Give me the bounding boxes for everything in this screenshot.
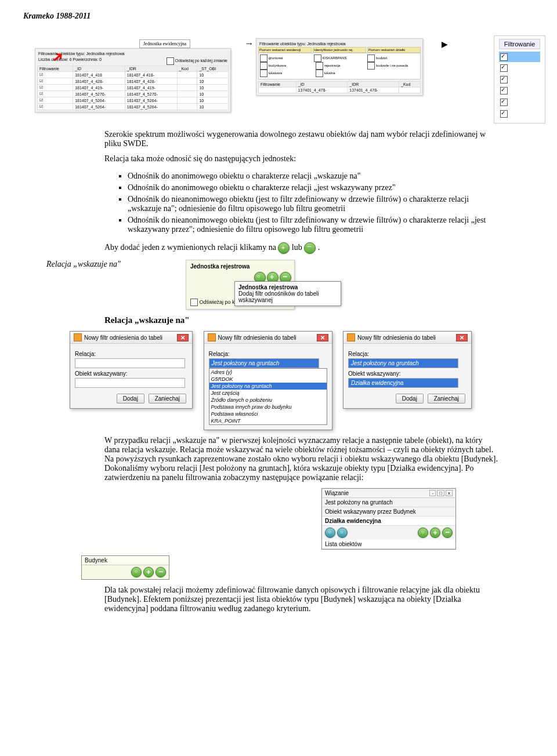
obiekt-field[interactable]: Działka ewidencyjna bbox=[348, 378, 458, 388]
combo-option[interactable]: Jest położony na gruntach bbox=[209, 383, 327, 390]
tooltip-text: Dodaj filtr odnośników do tabeli wskazyw… bbox=[238, 290, 337, 303]
combo-dropdown: Adres (y) G5RDOK Jest położony na grunta… bbox=[209, 368, 327, 425]
col-header: Filtrowanie bbox=[38, 66, 73, 72]
app-icon bbox=[208, 333, 216, 341]
mini-panel-title: Jednostka ewidencyjna bbox=[139, 39, 190, 48]
restore-icon[interactable]: □ bbox=[437, 490, 444, 496]
cyan-circle-icon[interactable] bbox=[337, 528, 348, 538]
relacja-field[interactable]: Jest położony na gruntach bbox=[348, 358, 458, 368]
list-item: Odnośnik do nieanonimowego obiektu (jest… bbox=[128, 195, 499, 213]
label-obiekt: Obiekt wskazywany: bbox=[348, 370, 466, 377]
filter-check-row[interactable] bbox=[499, 86, 540, 96]
tab[interactable]: Poziom wskazań działki bbox=[367, 47, 421, 53]
filter-check-row[interactable] bbox=[499, 52, 540, 62]
col-header: _Kod bbox=[177, 66, 197, 72]
refresh-checkbox[interactable] bbox=[167, 57, 174, 65]
filtrowanie-panel: Filtrowanie bbox=[494, 35, 545, 123]
min-icon[interactable]: - bbox=[429, 490, 436, 496]
app-icon bbox=[74, 333, 82, 341]
para-end: Dla tak powstałej relacji możemy zdefini… bbox=[104, 586, 499, 613]
panel1-stats: Liczba obiektów: 6 Powierzchnia: 0 bbox=[38, 57, 102, 65]
para-mid: W przypadku relacji „wskazuje na" w pier… bbox=[104, 436, 499, 482]
page-header: Krameko 1988-2011 bbox=[23, 12, 534, 21]
refresh-checkbox[interactable] bbox=[190, 299, 198, 306]
dialog-title: Nowy filtr odniesienia do tabeli bbox=[84, 335, 162, 341]
col-header: _ID bbox=[73, 66, 125, 72]
plus-icon[interactable] bbox=[143, 567, 154, 577]
cancel-button[interactable]: Zaniechaj bbox=[149, 394, 186, 404]
combo-option[interactable]: Jest częścią bbox=[209, 390, 327, 397]
plus-icon[interactable] bbox=[430, 528, 440, 538]
panel1-title: Filtrowanie obiektów typu: Jednostka rej… bbox=[37, 50, 229, 57]
list-item: Odnośnik do nieanonimowego obiektu (jest… bbox=[128, 216, 499, 234]
bullet-list: Odnośnik do anonimowego obiektu o charak… bbox=[104, 172, 499, 234]
wiazanie-row: Lista obiektów bbox=[322, 540, 455, 549]
close-icon[interactable]: ✕ bbox=[317, 334, 328, 341]
relacja-field[interactable] bbox=[75, 358, 185, 368]
refresh-label: Odświeżaj po każdej zmianie bbox=[175, 59, 227, 63]
filter-objects-panel-2: Filtrowanie obiektów typu: Jednostka rej… bbox=[256, 38, 423, 96]
budynek-panel: Budynek bbox=[81, 555, 169, 580]
combo-option[interactable]: Podstawa innych praw do budynku bbox=[209, 404, 327, 410]
combo-option[interactable]: KRA_POINT bbox=[209, 417, 327, 424]
label-relacja: Relacja: bbox=[209, 351, 327, 357]
dialog-filter-3: Nowy filtr odniesienia do tabeli ✕ Relac… bbox=[343, 331, 472, 409]
cyan-circle-icon[interactable] bbox=[325, 528, 335, 538]
intro-p1: Szerokie spektrum możliwości wygenerowan… bbox=[104, 130, 499, 148]
filter-check-row[interactable] bbox=[499, 97, 540, 107]
jr-title: Jednostka rejestrowa bbox=[188, 262, 292, 271]
add-button[interactable]: Dodaj bbox=[396, 394, 424, 404]
combo-option[interactable]: Podstawa własności bbox=[209, 410, 327, 417]
wiazanie-panel: Wiązanie - □ x Jest położony na gruntach… bbox=[321, 488, 456, 550]
app-icon bbox=[347, 333, 355, 341]
minus-icon[interactable] bbox=[442, 528, 453, 538]
label-obiekt: Obiekt wskazywany: bbox=[75, 370, 187, 377]
filter-check-row[interactable] bbox=[499, 63, 540, 74]
circle-icon[interactable] bbox=[131, 567, 142, 577]
intro-p3: Aby dodać jeden z wymienionych relacji k… bbox=[104, 242, 499, 254]
jr-panel: Jednostka rejestrowa Jednostka rejestrow… bbox=[186, 260, 295, 310]
combo-option[interactable]: Źródło danych o położeniu bbox=[209, 397, 327, 404]
cancel-button[interactable]: Zaniechaj bbox=[428, 394, 465, 404]
obiekt-field[interactable] bbox=[75, 378, 185, 388]
heading-relacja: Relacja „wskazuje na" bbox=[104, 315, 499, 325]
intro-p2: Relacja taka może odnosić się do następu… bbox=[104, 154, 499, 163]
relacja-combo[interactable]: Jest położony na gruntach bbox=[209, 358, 319, 368]
filter-check-row[interactable] bbox=[499, 74, 540, 85]
tab[interactable]: Poziom wskazań ewidencji bbox=[258, 47, 312, 53]
circle-icon[interactable] bbox=[418, 528, 428, 538]
filter-objects-panel-1: Filtrowanie obiektów typu: Jednostka rej… bbox=[35, 48, 231, 112]
filtrowanie-title: Filtrowanie bbox=[499, 39, 540, 49]
expand-arrow-icon[interactable]: ▶ bbox=[442, 39, 448, 49]
close-icon[interactable]: ✕ bbox=[456, 334, 468, 341]
filter-check-row[interactable] bbox=[499, 108, 540, 119]
list-item: Odnośnik do anonimowego obiektu o charak… bbox=[128, 183, 499, 192]
plus-icon[interactable] bbox=[278, 242, 290, 254]
minus-icon[interactable] bbox=[304, 242, 316, 254]
list-item: Odnośnik do anonimowego obiektu o charak… bbox=[128, 172, 499, 181]
wiazanie-row: Obiekt wskazywany przez Budynek bbox=[322, 507, 455, 517]
tab[interactable]: Identyfikator jednostki rej. bbox=[313, 47, 366, 53]
close-icon[interactable]: ✕ bbox=[177, 334, 189, 341]
wiazanie-row: Jest położony na gruntach bbox=[322, 498, 455, 507]
dialog-filter-1: Nowy filtr odniesienia do tabeli ✕ Relac… bbox=[70, 331, 193, 409]
tooltip-title: Jednostka rejestrowa bbox=[238, 284, 337, 290]
dialog-filter-2: Nowy filtr odniesienia do tabeli ✕ Relac… bbox=[204, 331, 332, 430]
minus-icon[interactable] bbox=[155, 567, 166, 577]
close-icon[interactable]: x bbox=[446, 490, 453, 496]
col-header: _ST_OBI bbox=[197, 66, 229, 72]
arrow-icon: → bbox=[245, 38, 254, 48]
dialog-title: Nowy filtr odniesienia do tabeli bbox=[218, 335, 296, 341]
margin-note: Relacja „wskazuje na" bbox=[46, 260, 121, 269]
combo-option[interactable]: G5RDOK bbox=[209, 376, 327, 383]
panel2-title: Filtrowanie obiektów typu: Jednostka rej… bbox=[258, 41, 421, 47]
add-button[interactable]: Dodaj bbox=[117, 394, 144, 404]
tooltip: Jednostka rejestrowa Dodaj filtr odnośni… bbox=[234, 281, 341, 306]
label-relacja: Relacja: bbox=[348, 351, 466, 357]
col-header: _IDR bbox=[125, 66, 177, 72]
combo-option[interactable]: Adres (y) bbox=[209, 369, 327, 376]
dialog-title: Nowy filtr odniesienia do tabeli bbox=[357, 335, 436, 341]
budynek-title: Budynek bbox=[82, 556, 169, 565]
wiazanie-row-selected: Działka ewidencyjna bbox=[322, 517, 455, 526]
label-relacja: Relacja: bbox=[75, 351, 187, 357]
